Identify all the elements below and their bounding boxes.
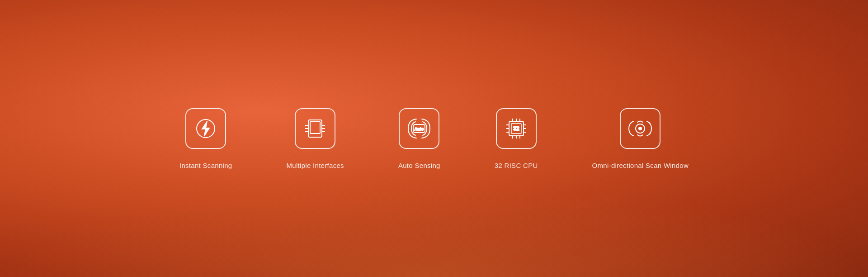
hero-background: Instant Scanning Multiple Interfaces [0, 0, 868, 277]
risc-cpu-icon-box: 32 [496, 108, 537, 149]
features-container: Instant Scanning Multiple Interfaces [179, 108, 689, 169]
lightning-icon [194, 117, 217, 140]
scan-window-icon-box [620, 108, 660, 149]
feature-multiple-interfaces: Multiple Interfaces [286, 108, 344, 169]
interfaces-icon [303, 116, 327, 141]
feature-instant-scanning: Instant Scanning [179, 108, 232, 169]
auto-sensing-icon-box: Auto [399, 108, 439, 149]
svg-text:32: 32 [513, 125, 519, 132]
svg-point-27 [639, 127, 642, 130]
svg-rect-2 [310, 122, 320, 134]
multiple-interfaces-label: Multiple Interfaces [286, 162, 344, 169]
instant-scanning-label: Instant Scanning [179, 162, 232, 169]
svg-text:Auto: Auto [415, 127, 424, 131]
auto-sensing-icon: Auto [406, 116, 433, 141]
auto-sensing-label: Auto Sensing [398, 162, 440, 169]
risc-cpu-label: 32 RISC CPU [495, 162, 538, 169]
scan-window-icon [624, 115, 656, 142]
instant-scanning-icon-box [185, 108, 226, 149]
scan-window-label: Omni-directional Scan Window [592, 162, 689, 169]
feature-auto-sensing: Auto Auto Sensing [398, 108, 440, 169]
multiple-interfaces-icon-box [295, 108, 335, 149]
feature-risc-cpu: 32 [495, 108, 538, 169]
cpu-icon: 32 [503, 115, 530, 142]
feature-scan-window: Omni-directional Scan Window [592, 108, 689, 169]
